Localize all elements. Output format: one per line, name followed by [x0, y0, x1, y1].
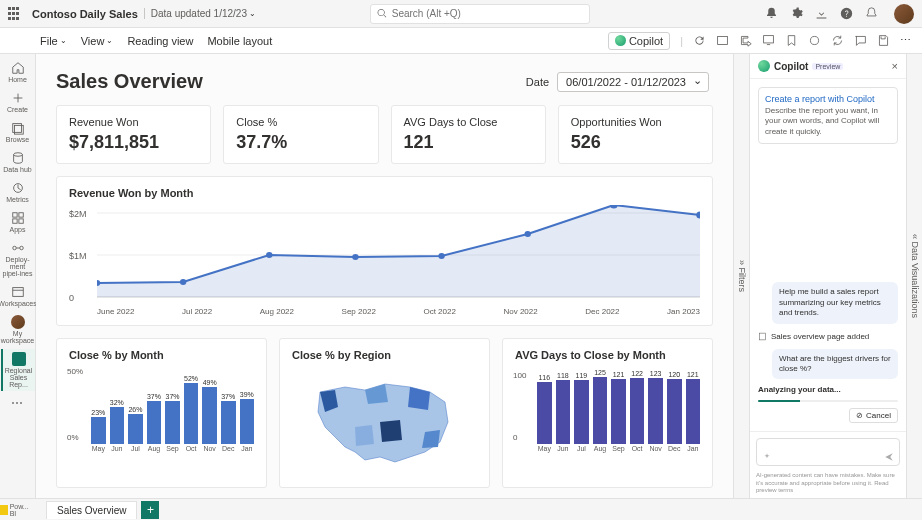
svg-point-2: [810, 36, 818, 44]
preview-badge: Preview: [812, 63, 843, 70]
status-bar: Pow... BI Sales Overview +: [0, 498, 922, 520]
refresh-icon[interactable]: [693, 34, 706, 47]
copilot-footer: AI-generated content can have mistakes. …: [750, 472, 906, 498]
svg-point-18: [180, 279, 186, 285]
kpi-revenue-won[interactable]: Revenue Won$7,811,851: [56, 105, 211, 164]
view-icon[interactable]: [716, 34, 729, 47]
save-icon[interactable]: [877, 34, 890, 47]
reading-view-button[interactable]: Reading view: [127, 35, 193, 47]
workspace-tile-icon: [12, 352, 26, 366]
nav-browse[interactable]: Browse: [1, 118, 35, 146]
ytick: $1M: [69, 251, 87, 261]
kpi-row: Revenue Won$7,811,851 Close %37.7% AVG D…: [56, 105, 713, 164]
close-pct-chart[interactable]: Close % by Month 50% 0% 23%May32%Jun26%J…: [56, 338, 267, 488]
workspaces-icon: [11, 285, 25, 299]
kpi-close-pct[interactable]: Close %37.7%: [223, 105, 378, 164]
ribbon: File⌄ View⌄ Reading view Mobile layout C…: [0, 28, 922, 54]
bookmark-icon[interactable]: [785, 34, 798, 47]
svg-point-11: [12, 246, 16, 250]
nav-home[interactable]: Home: [1, 58, 35, 86]
view-menu[interactable]: View⌄: [81, 35, 114, 47]
reset-icon[interactable]: [808, 34, 821, 47]
bar-chart-body: 50% 0% 23%May32%Jun26%Jul37%Aug37%Sep52%…: [69, 367, 254, 452]
user-avatar[interactable]: [894, 4, 914, 24]
search-icon: [377, 8, 387, 19]
more-icon[interactable]: ⋯: [900, 34, 912, 47]
powerbi-label: Pow... BI: [0, 503, 36, 517]
svg-point-22: [524, 231, 530, 237]
cancel-button[interactable]: ⊘Cancel: [849, 408, 898, 423]
sync-icon[interactable]: [831, 34, 844, 47]
mobile-layout-button[interactable]: Mobile layout: [207, 35, 272, 47]
data-updated-label: Data updated 1/12/23: [144, 8, 247, 19]
revenue-chart[interactable]: Revenue Won by Month $2M $1M 0 June 2022…: [56, 176, 713, 326]
close-region-chart[interactable]: Close % by Region: [279, 338, 490, 488]
right-panels: » Filters Copilot Preview × Create a rep…: [733, 54, 922, 498]
title-bar: Contoso Daily Sales Data updated 1/12/23…: [0, 0, 922, 28]
avg-days-chart[interactable]: AVG Days to Close by Month 100 0 116May1…: [502, 338, 713, 488]
nav-metrics[interactable]: Metrics: [1, 178, 35, 206]
nav-workspaces[interactable]: Workspaces: [1, 282, 35, 310]
copilot-icon: [758, 60, 770, 72]
comments-icon[interactable]: [854, 34, 867, 47]
filters-rail[interactable]: » Filters: [734, 54, 750, 498]
download-icon[interactable]: [815, 7, 828, 20]
ytick: 0: [513, 433, 517, 442]
copilot-suggestion-card[interactable]: Create a report with Copilot Describe th…: [758, 87, 898, 144]
page-icon: [758, 332, 767, 341]
nav-apps[interactable]: Apps: [1, 208, 35, 236]
settings-icon[interactable]: [790, 7, 803, 20]
database-icon: [11, 151, 25, 165]
top-icons: [765, 4, 914, 24]
svg-rect-7: [12, 213, 16, 217]
nav-datahub[interactable]: Data hub: [1, 148, 35, 176]
browse-icon: [11, 121, 25, 135]
add-page-button[interactable]: +: [141, 501, 159, 519]
nav-pipelines[interactable]: Deploy-ment pipel-ines: [1, 238, 35, 280]
nav-my-workspace[interactable]: My workspace: [1, 312, 35, 347]
feedback-icon[interactable]: [865, 7, 878, 20]
ytick: 50%: [67, 367, 83, 376]
copilot-icon: [615, 35, 626, 46]
workspace-name: Contoso Daily Sales: [32, 8, 138, 20]
help-icon[interactable]: [840, 7, 853, 20]
kpi-opps-won[interactable]: Opportunities Won526: [558, 105, 713, 164]
report-canvas: Sales Overview Date 06/01/2022 - 01/12/2…: [36, 54, 733, 498]
kpi-avg-days[interactable]: AVG Days to Close121: [391, 105, 546, 164]
svg-point-5: [13, 153, 22, 157]
svg-rect-9: [12, 219, 16, 223]
close-icon[interactable]: ×: [892, 60, 898, 72]
date-range-dropdown[interactable]: 06/01/2022 - 01/12/2023: [557, 72, 709, 92]
small-charts-row: Close % by Month 50% 0% 23%May32%Jun26%J…: [56, 338, 713, 488]
notifications-icon[interactable]: [765, 7, 778, 20]
present-icon[interactable]: [762, 34, 775, 47]
nav-create[interactable]: Create: [1, 88, 35, 116]
ytick: 100: [513, 371, 526, 380]
copilot-pane: Copilot Preview × Create a report with C…: [750, 54, 906, 498]
copilot-input[interactable]: [756, 438, 900, 466]
left-nav: Home Create Browse Data hub Metrics Apps…: [0, 54, 36, 498]
app-launcher-icon[interactable]: [8, 7, 22, 21]
svg-point-21: [438, 253, 444, 259]
send-icon[interactable]: [884, 452, 894, 462]
search-input[interactable]: [392, 8, 584, 19]
main: Home Create Browse Data hub Metrics Apps…: [0, 54, 922, 498]
tab-sales-overview[interactable]: Sales Overview: [46, 501, 137, 519]
system-message: Sales overview page added: [758, 330, 898, 343]
copilot-body: Create a report with Copilot Describe th…: [750, 79, 906, 431]
progress-bar: [758, 400, 898, 402]
search-box[interactable]: [370, 4, 590, 24]
chart-title: AVG Days to Close by Month: [515, 349, 700, 361]
share-icon[interactable]: [739, 34, 752, 47]
visualizations-rail[interactable]: « Data Visualizations: [906, 54, 922, 498]
copilot-ribbon-button[interactable]: Copilot: [608, 32, 670, 50]
card-heading: Create a report with Copilot: [765, 94, 891, 104]
chevron-down-icon[interactable]: ⌄: [249, 9, 256, 18]
nav-regional-sales[interactable]: Regional Sales Rep...: [1, 349, 35, 391]
card-desc: Describe the report you want, in your ow…: [765, 106, 891, 137]
ytick: 0%: [67, 433, 79, 442]
metrics-icon: [11, 181, 25, 195]
nav-more[interactable]: ⋯: [1, 393, 35, 413]
xaxis: June 2022Jul 2022Aug 2022Sep 2022Oct 202…: [69, 307, 700, 316]
file-menu[interactable]: File⌄: [40, 35, 67, 47]
